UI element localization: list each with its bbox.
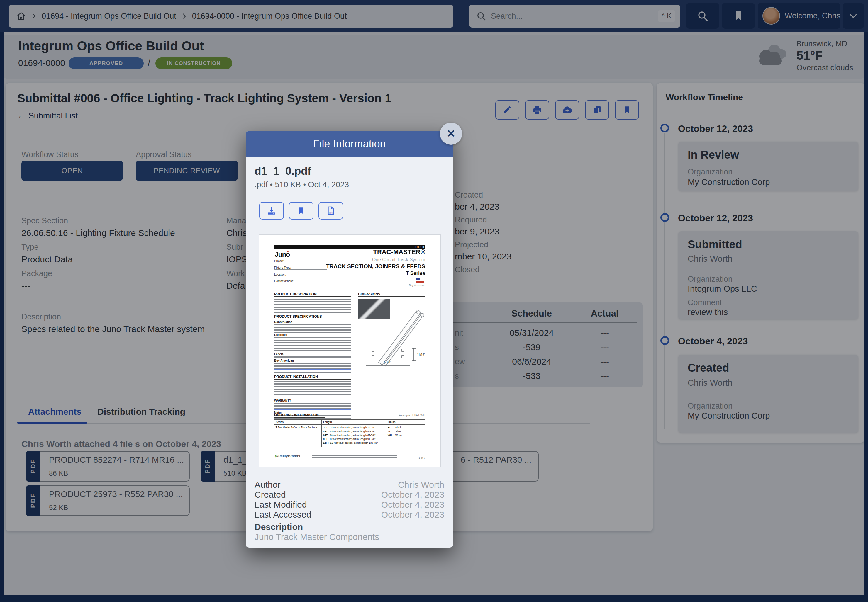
doc-footer-divider	[274, 452, 425, 452]
ordering-col-length: Length	[322, 420, 386, 425]
ordering-finish-cell: BLBlack SLSilver WHWhite	[386, 425, 425, 447]
ordering-col-series: Series	[274, 420, 322, 425]
doc-field-contact: Contact/Phone:	[274, 280, 327, 283]
author-value: Chris Worth	[336, 480, 444, 490]
acuity-brands-logo: ✳AcuityBrands.	[274, 454, 301, 458]
doc-field-fixture-type: Fixture Type:	[274, 266, 327, 270]
modal-description-label: Description	[254, 522, 303, 532]
last-modified-label: Last Modified	[254, 500, 307, 510]
modal-title: File Information	[313, 138, 386, 150]
ordering-length-cell: 2FT2-foot track section; actual length 1…	[322, 425, 386, 447]
juno-logo: Juno	[275, 250, 290, 258]
ordering-table: Series Length Finish T TracMaster 1-Circ…	[274, 419, 425, 446]
doc-spec-electrical: Electrical	[274, 333, 351, 352]
app-window: 01694 - Integrum Ops Office Build Out 01…	[0, 0, 868, 602]
last-accessed-value: October 4, 2023	[336, 510, 444, 520]
bookmark-file-button[interactable]	[289, 202, 314, 220]
created-value: October 4, 2023	[336, 490, 444, 500]
doc-heading-dimensions: DIMENSIONS	[358, 292, 425, 297]
doc-heading-product-installation: PRODUCT INSTALLATION	[274, 375, 351, 379]
ordering-col-finish: Finish	[386, 420, 425, 425]
last-modified-value: October 4, 2023	[336, 500, 444, 510]
close-icon[interactable]: ✕	[440, 123, 462, 145]
doc-page-number: 1 of 7	[411, 456, 425, 459]
doc-heading-product-description: PRODUCT DESCRIPTION	[274, 292, 351, 297]
bookmark-icon	[297, 207, 305, 215]
us-flag-icon	[416, 278, 424, 283]
doc-spec-buy-american: Buy American	[274, 359, 351, 374]
doc-field-location: Location:	[274, 273, 327, 276]
modal-header: File Information	[246, 131, 453, 157]
cross-section-diagram: 11/16" 1 3/8"	[363, 346, 425, 367]
svg-text:11/16": 11/16"	[417, 353, 425, 356]
download-button[interactable]	[259, 202, 284, 220]
svg-text:PDF: PDF	[329, 212, 334, 215]
modal-description-value: Juno Track Master Components	[254, 532, 379, 542]
modal-file-meta: .pdf • 510 KB • Oct 4, 2023	[254, 180, 349, 189]
doc-field-project: Project:	[274, 260, 327, 263]
download-icon	[266, 206, 277, 216]
pdf-preview[interactable]: D1.1.0 Juno TRAC-MASTER® One Circuit Tra…	[259, 235, 441, 467]
created-label: Created	[254, 490, 286, 500]
author-label: Author	[254, 480, 280, 490]
ordering-example: Example: T 8FT WH	[381, 414, 425, 417]
doc-product-line: TRAC-MASTER®	[337, 248, 425, 256]
file-information-modal: File Information ✕ d1_1_0.pdf .pdf • 510…	[246, 131, 453, 548]
last-accessed-label: Last Accessed	[254, 510, 311, 520]
view-pdf-button[interactable]: PDF	[319, 202, 343, 220]
doc-spec-warranty: WARRANTY	[274, 399, 351, 412]
doc-footer-text	[312, 455, 397, 460]
doc-title: TRACK SECTION, JOINERS & FEEDS	[320, 263, 425, 270]
doc-series: T Series	[337, 270, 425, 276]
doc-system: One Circuit Track System	[337, 257, 425, 262]
modal-file-name: d1_1_0.pdf	[254, 165, 311, 177]
doc-spec-construction: Construction	[274, 320, 351, 333]
doc-paragraph	[274, 381, 351, 396]
doc-heading-ordering: ORDERING INFORMATION	[274, 413, 325, 418]
doc-heading-product-specifications: PRODUCT SPECIFICATIONS	[274, 315, 351, 319]
doc-paragraph	[274, 299, 351, 313]
buy-american-caption: Buy American	[396, 284, 425, 287]
doc-spec-labels: Labels	[274, 353, 351, 359]
ordering-series-cell: T TracMaster 1-Circuit Track Sections	[274, 425, 322, 447]
pdf-file-icon: PDF	[326, 206, 336, 216]
svg-text:1 3/8": 1 3/8"	[383, 361, 391, 364]
